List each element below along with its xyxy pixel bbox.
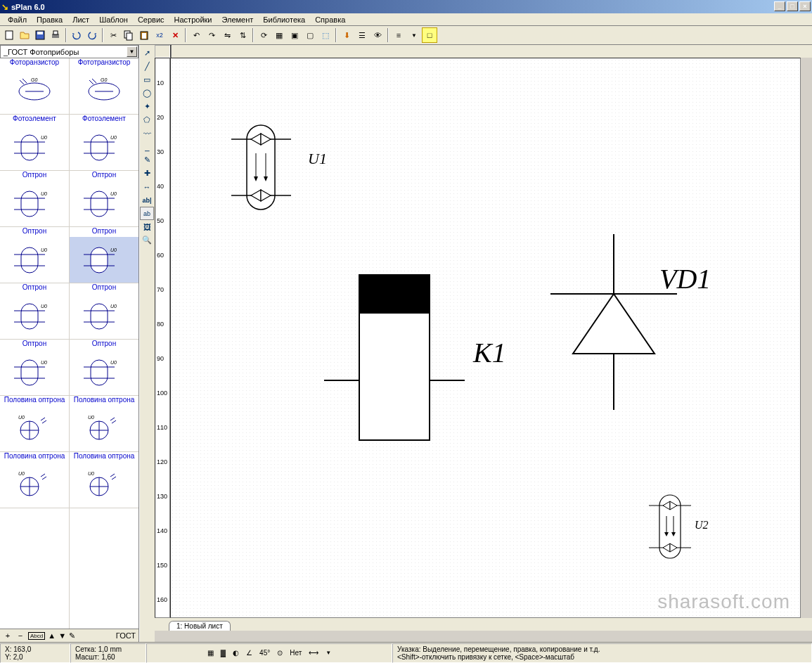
menu-element[interactable]: Элемент [217,15,258,25]
lib-thumb[interactable]: U0 [70,237,138,283]
grid-icon[interactable]: ▦ [207,649,214,657]
rotate-icon[interactable]: ⟳ [256,27,271,43]
lib-thumb[interactable]: U0 [0,406,69,452]
lib-thumb[interactable]: U0 [70,293,138,340]
line-icon[interactable]: ╱ [140,60,154,73]
image-icon[interactable]: 🖼 [140,220,154,233]
lib-thumb[interactable]: U0 [70,462,138,508]
snap-grid-icon[interactable]: ▓ [221,649,226,657]
undo-icon[interactable] [69,27,84,43]
lib-thumb[interactable]: U0 [70,181,138,227]
component-u2[interactable] [649,493,726,570]
find-icon[interactable]: 👁 [370,27,385,43]
menu-service[interactable]: Сервис [133,15,169,25]
component-vd1[interactable] [543,234,684,417]
dim-icon[interactable]: ⟷ [309,649,318,657]
rotate-left-icon[interactable]: ↶ [188,27,204,43]
label-u1[interactable]: U1 [308,150,327,168]
component-k1[interactable] [324,271,500,468]
menu-help[interactable]: Справка [310,15,350,25]
lib-thumb[interactable]: U0 [0,124,69,171]
redo-icon[interactable] [84,27,100,43]
component-u1[interactable] [231,122,337,227]
highlight-icon[interactable]: □ [422,27,437,43]
label-u2[interactable]: U2 [695,519,709,532]
label-vd1[interactable]: VD1 [659,262,711,295]
back-icon[interactable]: ▢ [302,27,318,43]
flip-h-icon[interactable]: ⇋ [219,27,235,43]
copy-icon[interactable] [121,27,136,43]
save-icon[interactable] [32,27,48,43]
lib-label: Оптрон [70,227,138,237]
group-icon[interactable]: ⬚ [318,27,333,43]
poly-icon[interactable]: ⬠ [140,113,154,127]
menu-file[interactable]: Файл [3,15,32,25]
lib-thumb[interactable]: G0 [70,68,138,115]
list-icon[interactable]: ≡ [391,27,406,43]
menu-edit[interactable]: Правка [32,15,67,25]
lib-thumb[interactable]: U0 [0,462,69,508]
maximize-button[interactable]: □ [787,1,798,11]
menu-settings[interactable]: Настройки [169,15,217,25]
menu-template[interactable]: Шаблон [94,15,133,25]
dimension-icon[interactable]: ↔ [140,180,154,193]
star-icon[interactable]: ✦ [140,100,154,113]
align-icon[interactable]: ▦ [271,27,287,43]
drawing-canvas[interactable]: U1 K1 VD1 [170,58,801,618]
lib-thumb[interactable]: U0 [0,293,69,340]
front-icon[interactable]: ▣ [287,27,302,43]
chevron-down-icon[interactable]: ▼ [127,46,137,57]
rotate-right-icon[interactable]: ↷ [204,27,219,43]
lib-thumb[interactable]: U0 [0,237,69,283]
sheet-tab[interactable]: 1: Новый лист [169,621,231,631]
snap-icon[interactable]: ⬇ [339,27,354,43]
freehand-icon[interactable]: ✎ [140,153,154,167]
chevron-down-icon[interactable]: ▼ [406,27,422,43]
library-select[interactable]: _ГОСТ Фотоприборы ▼ [0,45,138,58]
lib-thumb[interactable]: U0 [0,181,69,227]
lib-thumb[interactable]: G0 [0,68,69,115]
bezier-icon[interactable]: ⎯ [140,140,154,153]
down-icon[interactable]: ▼ [58,631,66,640]
add-icon[interactable]: + [3,631,13,641]
zoom-icon[interactable]: 🔍 [140,233,154,247]
flip-v-icon[interactable]: ⇅ [235,27,250,43]
remove-icon[interactable]: − [15,631,25,641]
textbox-icon[interactable]: ab [140,207,154,220]
horizontal-scrollbar[interactable] [155,631,812,642]
node-icon[interactable]: ✚ [140,167,154,180]
minimize-button[interactable]: _ [774,1,785,11]
abcd-icon[interactable]: Abcd [28,632,45,640]
print-icon[interactable] [48,27,63,43]
delete-icon[interactable]: ✕ [167,27,183,43]
snap-setting-icon[interactable]: ⊙ [277,649,283,657]
menu-sheet[interactable]: Лист [67,15,94,25]
up-icon[interactable]: ▲ [48,631,56,640]
curve-icon[interactable]: 〰 [140,127,154,140]
cut-icon[interactable]: ✂ [105,27,121,43]
form-icon[interactable]: ☰ [354,27,370,43]
menu-library[interactable]: Библиотека [258,15,310,25]
close-button[interactable]: × [799,1,811,11]
lib-thumb[interactable]: U0 [70,124,138,171]
lib-label: Оптрон [70,171,138,181]
text-icon[interactable]: ab| [140,193,154,207]
contrast-icon[interactable]: ◐ [233,649,239,657]
label-k1[interactable]: K1 [473,336,506,369]
dim-chevron-icon[interactable]: ▼ [326,650,331,656]
new-icon[interactable] [1,27,17,43]
lib-thumb[interactable]: U0 [70,349,138,396]
open-icon[interactable] [17,27,32,43]
lib-thumb[interactable]: U0 [70,406,138,452]
angle-icon[interactable]: ∠ [246,649,252,657]
lib-thumb[interactable]: U0 [0,349,69,396]
circle-icon[interactable]: ◯ [140,86,154,100]
titlebar: ↘ sPlan 6.0 _ □ × [0,0,812,13]
lib-edit-icon[interactable]: ✎ [69,631,75,641]
paste-icon[interactable] [136,27,152,43]
vertical-scrollbar[interactable] [801,58,812,618]
duplicate-icon[interactable]: x2 [152,27,167,43]
pointer-icon[interactable]: ➚ [140,46,154,60]
rect-icon[interactable]: ▭ [140,73,154,86]
svg-marker-100 [573,294,655,354]
